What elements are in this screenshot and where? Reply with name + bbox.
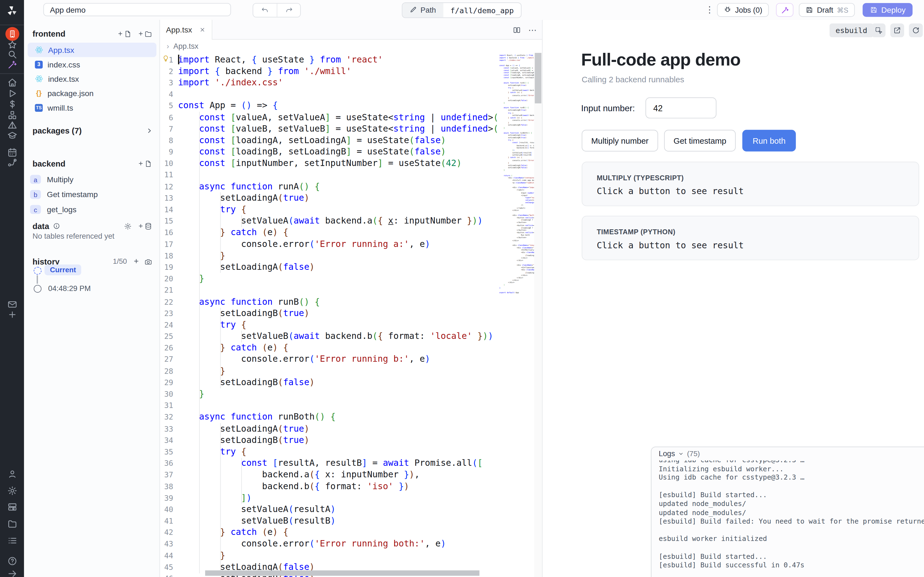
workspace-icon[interactable] [0, 27, 24, 40]
lightbulb-icon[interactable] [162, 54, 170, 65]
plus-icon[interactable] [133, 258, 140, 265]
code-line-16[interactable]: 16 } catch (e) { [160, 227, 497, 239]
code-line-29[interactable]: 29 setLoadingB(false) [160, 377, 497, 388]
cap-icon[interactable] [0, 129, 24, 141]
wand-icon[interactable] [0, 58, 24, 71]
run-both-button[interactable]: Run both [742, 130, 796, 152]
code-line-19[interactable]: 19 setLoadingA(false) [160, 261, 497, 273]
refresh-button[interactable] [909, 23, 922, 37]
code-line-22[interactable]: 22 async function runB() { [160, 296, 497, 308]
code-line-17[interactable]: 17 console.error('Error running a:', e) [160, 239, 497, 250]
code-line-33[interactable]: 33 setLoadingA(true) [160, 423, 497, 434]
logs-header[interactable]: Logs (75) [651, 447, 924, 460]
draft-button[interactable]: Draft⌘S [799, 3, 855, 17]
code-line-5[interactable]: 5const App = () => { [160, 100, 497, 111]
runnable-item-b[interactable]: bGet timestamp [30, 187, 154, 202]
history-current-badge[interactable]: Current [45, 264, 82, 275]
data-settings-gear-icon[interactable] [124, 222, 132, 230]
multiply-number-button[interactable]: Multiply number [582, 130, 658, 152]
code-line-10[interactable]: 10 const [inputNumber, setInputNumber] =… [160, 158, 497, 169]
camera-snapshot-icon[interactable] [144, 258, 152, 265]
home-icon[interactable] [0, 76, 24, 89]
windmill-logo[interactable] [0, 3, 24, 18]
code-line-39[interactable]: 39 ]) [160, 492, 497, 504]
info-icon[interactable] [53, 222, 60, 230]
redo-button[interactable] [277, 3, 300, 17]
split-editor-icon[interactable] [513, 26, 521, 34]
code-line-28[interactable]: 28 } [160, 365, 497, 377]
code-line-1[interactable]: 1import React, { useState } from 'react' [160, 54, 497, 66]
code-line-34[interactable]: 34 setLoadingB(true) [160, 434, 497, 446]
code-line-6[interactable]: 6 const [valueA, setValueA] = useState<s… [160, 111, 497, 123]
ai-wand-button[interactable] [776, 3, 793, 17]
deploy-button[interactable]: Deploy [863, 3, 913, 17]
file-item-app-tsx[interactable]: App.tsx [27, 43, 156, 57]
open-external-button[interactable] [890, 23, 904, 37]
code-line-18[interactable]: 18 } [160, 250, 497, 261]
person-icon[interactable] [0, 468, 24, 480]
plus-icon[interactable] [0, 308, 24, 321]
folder-icon[interactable] [0, 517, 24, 530]
help-icon[interactable] [0, 555, 24, 567]
code-line-43[interactable]: 43 console.error('Error running both:', … [160, 538, 497, 550]
code-view[interactable]: 1import React, { useState } from 'react'… [160, 53, 497, 577]
code-line-41[interactable]: 41 setValueB(resultB) [160, 515, 497, 527]
code-line-8[interactable]: 8 const [loadingA, setLoadingA] = useSta… [160, 135, 497, 146]
close-tab-icon[interactable] [199, 26, 206, 33]
code-line-42[interactable]: 42 } catch (e) { [160, 527, 497, 538]
code-line-15[interactable]: 15 setValueA(await backend.a({ x: inputN… [160, 215, 497, 227]
code-line-30[interactable]: 30 } [160, 388, 497, 400]
runnable-item-a[interactable]: aMultiply [30, 172, 154, 187]
packages-row[interactable]: packages (7) [32, 124, 153, 137]
editor-horizontal-scrollbar[interactable] [205, 571, 479, 576]
code-line-21[interactable]: 21 [160, 284, 497, 296]
file-item-index-tsx[interactable]: index.tsx [27, 72, 156, 86]
code-line-37[interactable]: 37 backend.a({ x: inputNumber }), [160, 469, 497, 481]
input-number-field[interactable] [645, 97, 717, 118]
worker-icon[interactable] [0, 501, 24, 513]
code-line-4[interactable]: 4 [160, 89, 497, 100]
add-folder-button[interactable] [138, 30, 152, 37]
editor-vertical-scrollbar[interactable] [534, 53, 542, 577]
overflow-menu-icon[interactable]: ⋮ [705, 4, 714, 15]
runnable-item-c[interactable]: cget_logs [30, 202, 154, 217]
code-line-14[interactable]: 14 try { [160, 204, 497, 215]
code-line-35[interactable]: 35 try { [160, 446, 497, 458]
code-line-3[interactable]: 3import './index.css' [160, 77, 497, 89]
code-line-27[interactable]: 27 console.error('Error running b:', e) [160, 354, 497, 365]
tab-app-tsx[interactable]: App.tsx [160, 20, 212, 40]
code-line-9[interactable]: 9 const [loadingB, setLoadingB] = useSta… [160, 146, 497, 158]
code-line-20[interactable]: 20 } [160, 273, 497, 285]
code-line-44[interactable]: 44 } [160, 550, 497, 561]
minimap[interactable]: import React, { useState } from 'react' … [497, 53, 534, 577]
code-line-31[interactable]: 31 [160, 400, 497, 411]
logs-output[interactable]: using idb cache for csstype@3.2.3 … Init… [659, 456, 924, 577]
get-timestamp-button[interactable]: Get timestamp [664, 130, 735, 152]
history-timestamp[interactable]: 04:48:29 PM [48, 284, 91, 293]
file-item-wmill-ts[interactable]: TSwmill.ts [27, 100, 156, 115]
code-line-36[interactable]: 36 const [resultA, resultB] = await Prom… [160, 458, 497, 469]
route-icon[interactable] [0, 156, 24, 168]
code-line-40[interactable]: 40 setValueA(resultA) [160, 503, 497, 515]
gear-icon[interactable] [0, 485, 24, 496]
code-line-13[interactable]: 13 setLoadingA(true) [160, 192, 497, 204]
add-file-button[interactable] [117, 30, 132, 37]
undo-button[interactable] [253, 3, 277, 17]
file-item-index-css[interactable]: 3index.css [27, 57, 156, 71]
code-line-23[interactable]: 23 setLoadingB(true) [160, 308, 497, 319]
play-icon[interactable] [0, 87, 24, 99]
path-button[interactable]: Path f/all/demo_app [402, 2, 522, 18]
arrow-right-icon[interactable] [0, 567, 24, 577]
code-line-2[interactable]: 2import { backend } from './wmill' [160, 66, 497, 77]
app-name-input[interactable] [43, 3, 231, 16]
file-item-package-json[interactable]: {}package.json [27, 86, 156, 100]
add-runnable-button[interactable] [138, 160, 152, 168]
code-line-32[interactable]: 32 async function runBoth() { [160, 411, 497, 423]
inspect-button[interactable] [872, 23, 885, 37]
code-line-25[interactable]: 25 setValueB(await backend.b({ format: '… [160, 330, 497, 342]
code-line-7[interactable]: 7 const [valueB, setValueB] = useState<s… [160, 123, 497, 135]
editor-more-menu-icon[interactable]: ⋯ [528, 25, 537, 35]
code-line-24[interactable]: 24 try { [160, 319, 497, 330]
dollar-icon[interactable] [0, 98, 24, 110]
code-line-12[interactable]: 12 async function runA() { [160, 181, 497, 192]
